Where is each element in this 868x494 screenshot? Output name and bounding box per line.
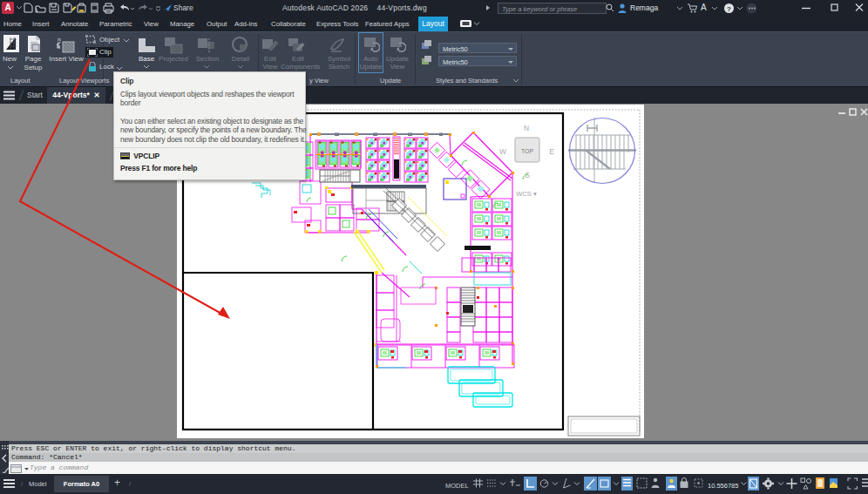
svg-text:?: ?	[727, 5, 731, 13]
